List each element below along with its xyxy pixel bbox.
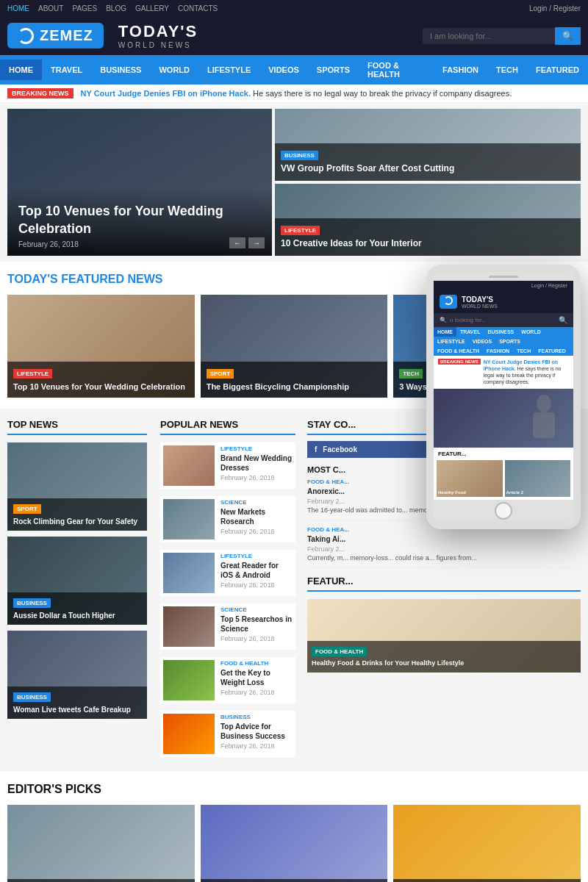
phone-nav-lifestyle[interactable]: LIFESTYLE	[434, 337, 469, 346]
editor-img-1	[7, 805, 195, 882]
popular-item-1[interactable]: LIFESTYLE Brand New Wedding Dresses Febr…	[160, 442, 295, 489]
nav-item-home[interactable]: HOME	[0, 60, 42, 80]
featured-sidebar: FEATUR... FOOD & HEALTH Healthy Food & D…	[307, 576, 581, 673]
phone-logo	[440, 295, 457, 309]
phone-search-input[interactable]	[450, 317, 556, 323]
phone-search-icon: 🔍	[440, 317, 447, 323]
popular-img-2	[163, 499, 215, 539]
breaking-news-bar: BREAKING NEWS NY Court Judge Denies FBI …	[0, 85, 588, 103]
popular-item-3[interactable]: LIFESTYLE Great Reader for iOS & Android…	[160, 550, 295, 596]
hero-side-item-1[interactable]: BUSINESS VW Group Profits Soar After Cos…	[275, 109, 581, 181]
hero-side-item-2[interactable]: LIFESTYLE 10 Creative Ideas for Your Int…	[275, 184, 581, 256]
hero-side-overlay-1: BUSINESS VW Group Profits Soar After Cos…	[275, 143, 581, 181]
hero-prev-button[interactable]: ←	[229, 237, 245, 248]
popular-item-2[interactable]: SCIENCE New Markets Rosearch February 26…	[160, 496, 295, 542]
top-news-cat-2: BUSINESS	[13, 598, 51, 608]
nav-home[interactable]: HOME	[7, 4, 29, 12]
editor-img-2	[201, 805, 388, 882]
popular-article-title-3: Great Reader for iOS & Android	[220, 561, 293, 580]
breaking-news-badge: BREAKING NEWS	[7, 88, 74, 98]
phone-feat-item-2[interactable]: Article 2	[505, 460, 571, 497]
popular-date-4: February 26, 2018	[220, 635, 293, 642]
nav-item-tech[interactable]: TECH	[487, 60, 527, 80]
popular-thumb-6	[163, 714, 215, 754]
phone-nav-videos[interactable]: VIDEOS	[469, 337, 495, 346]
hero-next-button[interactable]: →	[248, 237, 265, 248]
featured-title-highlight: TODAY'S	[7, 273, 58, 285]
phone-nav-business[interactable]: BUSINESS	[484, 327, 517, 337]
site-title-todays: TODAY'S	[118, 22, 198, 41]
top-news-cat-3: BUSINESS	[13, 692, 51, 702]
nav-item-sports[interactable]: SPORTS	[308, 60, 359, 80]
editor-item-3[interactable]: BUSINESS Exclusive Dawn Balloon Flights	[393, 805, 581, 882]
popular-info-3: LIFESTYLE Great Reader for iOS & Android…	[220, 553, 293, 593]
top-news-card-1[interactable]: SPORT Rock Climbing Gear for Your Safety	[7, 442, 147, 531]
top-news-card-2[interactable]: BUSINESS Aussie Dollar a Touch Higher	[7, 537, 147, 625]
search-button[interactable]: 🔍	[555, 27, 581, 45]
logo[interactable]: ZEMEZ	[7, 23, 104, 49]
popular-img-5	[163, 660, 215, 700]
phone-nav-food[interactable]: FOOD & HEALTH	[434, 346, 483, 356]
phone-nav-travel[interactable]: TRAVEL	[456, 327, 484, 337]
editor-item-1[interactable]: SPORT How to Get the Best Tax Refund	[7, 805, 195, 882]
phone-nav-featured[interactable]: FEATURED	[534, 346, 570, 356]
phone-section-highlight: FEATUR...	[438, 451, 467, 457]
hero-side-overlay-2: LIFESTYLE 10 Creative Ideas for Your Int…	[275, 218, 581, 256]
phone-nav-fashion[interactable]: FASHION	[483, 346, 513, 356]
popular-article-title-2: New Markets Rosearch	[220, 507, 293, 526]
nav-item-fashion[interactable]: FASHION	[434, 60, 487, 80]
hero-side-articles: BUSINESS VW Group Profits Soar After Cos…	[275, 109, 581, 256]
nav-item-business[interactable]: BUSINESS	[91, 60, 150, 80]
nav-item-food[interactable]: FOOD & HEALTH	[359, 55, 434, 85]
top-news-card-title-1: Rock Climbing Gear for Your Safety	[13, 517, 141, 526]
phone-feat-item-1[interactable]: Healthy Food	[437, 460, 503, 497]
featured-cat-1: LIFESTYLE	[13, 369, 52, 379]
nav-item-featured[interactable]: FEATURED	[527, 60, 588, 80]
hero-side-title-1: VW Group Profits Soar After Cost Cutting	[281, 163, 575, 175]
search-input[interactable]	[423, 28, 555, 44]
phone-feat-title-2: Article 2	[506, 490, 570, 495]
editor-overlay-2: BUSINESS Holiday Spots for Families	[201, 879, 388, 882]
phone-nav-sports[interactable]: SPORTS	[495, 337, 524, 346]
nav-pages[interactable]: PAGES	[72, 4, 97, 12]
popular-item-5[interactable]: FOOD & HEALTH Get the Key to Weight Loss…	[160, 657, 295, 703]
nav-item-world[interactable]: WORLD	[150, 60, 198, 80]
login-register-topbar[interactable]: Login / Register	[529, 4, 581, 12]
phone-nav-tech[interactable]: TECH	[513, 346, 534, 356]
nav-item-lifestyle[interactable]: LIFESTYLE	[198, 60, 259, 80]
phone-todays: TODAY'S	[462, 295, 498, 304]
hero-main-article[interactable]: Top 10 Venues for Your Wedding Celebrati…	[7, 109, 272, 256]
phone-nav: HOME TRAVEL BUSINESS WORLD LIFESTYLE VID…	[434, 327, 573, 356]
top-news-card-3[interactable]: BUSINESS Woman Live tweets Cafe Breakup	[7, 631, 147, 719]
nav-gallery[interactable]: GALLERY	[135, 4, 169, 12]
phone-header: TODAY'S WORLD NEWS	[434, 290, 573, 313]
phone-hero-person	[514, 389, 573, 448]
featured-sidebar-overlay: FOOD & HEALTH Healthy Food & Drinks for …	[307, 641, 581, 673]
nav-about[interactable]: ABOUT	[38, 4, 63, 12]
popular-info-5: FOOD & HEALTH Get the Key to Weight Loss…	[220, 660, 293, 700]
popular-thumb-3	[163, 553, 215, 593]
phone-nav-world[interactable]: WORLD	[517, 327, 544, 337]
nav-item-travel[interactable]: TRAVEL	[42, 60, 91, 80]
phone-search-button[interactable]: 🔍	[559, 316, 567, 324]
popular-item-4[interactable]: SCIENCE Top 5 Researchos in Science Febr…	[160, 603, 295, 650]
featured-item-2[interactable]: SPORT The Biggest Bicycling Championship	[201, 295, 388, 398]
breaking-news-headline[interactable]: NY Court Judge Denies FBI on iPhone Hack…	[81, 89, 251, 98]
nav-blog[interactable]: BLOG	[106, 4, 126, 12]
nav-item-videos[interactable]: VIDEOS	[259, 60, 308, 80]
featured-item-1[interactable]: LIFESTYLE Top 10 Venues for Your Wedding…	[7, 295, 195, 398]
featured-sidebar-image[interactable]: FOOD & HEALTH Healthy Food & Drinks for …	[307, 599, 581, 673]
featured-cat-2: SPORT	[207, 369, 234, 379]
mc-item-2[interactable]: FOOD & HEA... Taking Ai... February 2...…	[307, 526, 581, 568]
phone-nav-home[interactable]: HOME	[434, 327, 456, 337]
phone-mockup: Login / Register TODAY'S WORLD NEWS 🔍 🔍	[426, 265, 581, 529]
popular-item-6[interactable]: BUSINESS Top Advice for Business Success…	[160, 711, 295, 757]
breaking-news-text: NY Court Judge Denies FBI on iPhone Hack…	[81, 89, 512, 98]
logo-icon	[18, 28, 34, 44]
phone-home-button[interactable]	[495, 502, 512, 520]
popular-cat-2: SCIENCE	[220, 499, 293, 506]
svg-point-0	[537, 395, 551, 412]
editor-item-2[interactable]: BUSINESS Holiday Spots for Families	[201, 805, 388, 882]
nav-contacts[interactable]: CONTACTS	[178, 4, 218, 12]
popular-thumb-4	[163, 606, 215, 647]
